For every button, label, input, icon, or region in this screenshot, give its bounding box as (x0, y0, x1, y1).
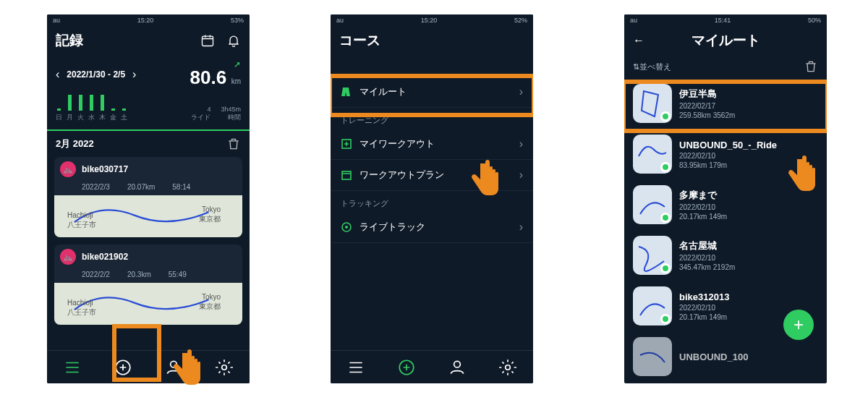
route-stats: 20.17km 149m (679, 313, 729, 321)
header: 記録 (47, 26, 250, 55)
phone-records: au 15:20 53% 記録 ‹ 2022/1/30 - 2/5 › ➚ 80… (47, 14, 250, 383)
svg-point-9 (454, 361, 461, 367)
bike-icon: 🚲 (60, 161, 76, 177)
route-date: 2022/02/10 (679, 304, 729, 312)
trash-icon[interactable] (226, 137, 241, 151)
provider-badge-icon (660, 263, 671, 273)
svg-point-2 (171, 361, 177, 367)
add-route-fab[interactable]: + (783, 310, 814, 340)
rides-count: 4 (191, 106, 210, 113)
chevron-right-icon: › (519, 85, 523, 98)
week-bars: 日 月 火 水 木 金 土 4ライド 3h45m時間 (47, 92, 250, 127)
total-distance: 80.6 (190, 67, 227, 88)
route-name: UNBOUND_100 (679, 352, 748, 362)
calendar-icon[interactable] (200, 33, 215, 48)
route-date: 2022/02/10 (679, 152, 777, 160)
route-thumbnail (633, 337, 672, 376)
total-time: 3h45m (221, 106, 241, 113)
next-week[interactable]: › (132, 68, 136, 81)
distance-unit: km (231, 77, 241, 85)
route-thumbnail (633, 286, 672, 325)
menu-label: マイルート (359, 85, 512, 98)
route-thumbnail (633, 84, 672, 123)
battery-label: 50% (808, 17, 821, 24)
date-range[interactable]: 2022/1/30 - 2/5 (67, 69, 125, 80)
page-title: コース (339, 31, 380, 50)
nav-profile-icon[interactable] (448, 358, 467, 377)
menu-live-track[interactable]: ライブトラック › (331, 212, 533, 243)
svg-point-10 (506, 365, 511, 370)
menu-my-workout[interactable]: マイワークアウト › (331, 129, 533, 160)
route-date: 2022/02/17 (679, 102, 735, 110)
route-name: 伊豆半島 (679, 88, 735, 101)
svg-rect-0 (203, 36, 213, 46)
back-icon[interactable]: ← (631, 33, 646, 48)
ride-card[interactable]: 🚲 bike021902 2022/2/2 20.3km 55:49 Hachi… (54, 244, 242, 325)
ride-map: Hachioji 八王子市 Tokyo 東京都 (54, 283, 242, 325)
chevron-right-icon: › (519, 221, 523, 234)
ride-name: bike021902 (82, 252, 237, 262)
nav-profile-icon[interactable] (164, 358, 183, 377)
page-title: マイルート (633, 31, 818, 50)
svg-point-3 (222, 365, 227, 370)
route-item[interactable]: 多摩まで2022/02/1020.17km 149m (624, 179, 827, 230)
ride-distance: 20.07km (127, 183, 155, 191)
menu-label: ライブトラック (359, 221, 512, 234)
provider-badge-icon (660, 162, 671, 172)
nav-settings-icon[interactable] (498, 358, 517, 377)
clock: 15:20 (137, 17, 154, 24)
trash-icon[interactable] (804, 59, 818, 74)
chevron-right-icon: › (519, 169, 523, 182)
route-stats: 345.47km 2192m (679, 263, 735, 271)
nav-add-icon[interactable] (114, 358, 132, 377)
ride-duration: 58:14 (172, 183, 190, 191)
page-title: 記録 (56, 31, 83, 50)
plan-icon (341, 169, 352, 181)
provider-badge-icon (660, 314, 671, 324)
ride-card[interactable]: 🚲 bike030717 2022/2/3 20.07km 58:14 Hach… (54, 157, 242, 237)
clock: 15:41 (715, 17, 731, 24)
menu-label: ワークアウトプラン (359, 169, 512, 182)
menu-my-route[interactable]: マイルート › (331, 77, 533, 108)
battery-label: 52% (514, 17, 527, 24)
month-label: 2月 2022 (56, 137, 94, 150)
header: ← マイルート (624, 26, 827, 55)
carrier-label: au (53, 17, 60, 24)
nav-list-icon[interactable] (63, 358, 82, 377)
route-date: 2022/02/10 (679, 254, 735, 262)
route-name: bike312013 (679, 291, 729, 302)
route-name: 名古屋城 (679, 239, 735, 252)
status-bar: au 15:41 50% (624, 14, 827, 26)
status-bar: au 15:20 52% (331, 14, 533, 26)
route-item[interactable]: 伊豆半島2022/02/17259.58km 3562m (624, 78, 827, 129)
menu-workout-plan[interactable]: ワークアウトプラン › (331, 160, 533, 191)
chevron-right-icon: › (519, 137, 523, 150)
workout-icon (341, 138, 352, 150)
carrier-label: au (336, 17, 344, 24)
section-training: トレーニング (331, 108, 533, 129)
road-icon (341, 86, 352, 98)
nav-list-icon[interactable] (346, 358, 365, 377)
bell-icon[interactable] (226, 33, 241, 48)
svg-point-7 (345, 226, 348, 229)
sort-icon: ⇅ (633, 62, 639, 72)
route-item[interactable]: 名古屋城2022/02/10345.47km 2192m (624, 230, 827, 281)
route-stats: 20.17km 149m (679, 213, 727, 221)
ride-date: 2022/2/2 (82, 271, 110, 278)
route-item[interactable]: UNBOUND_50_-_Ride2022/02/1083.95km 179m (624, 129, 827, 179)
phone-myroute: au 15:41 50% ← マイルート ⇅ 並べ替え 伊豆半島2022/02/… (624, 14, 827, 383)
sort-label: 並べ替え (639, 61, 671, 72)
sort-row[interactable]: ⇅ 並べ替え (624, 55, 827, 78)
svg-rect-5 (342, 171, 351, 179)
prev-week[interactable]: ‹ (56, 68, 59, 81)
nav-add-icon[interactable] (397, 358, 416, 377)
route-thumbnail (633, 185, 672, 224)
menu-label: マイワークアウト (359, 137, 512, 150)
route-date: 2022/02/10 (679, 203, 727, 211)
route-stats: 83.95km 179m (679, 161, 777, 169)
month-header: 2月 2022 (47, 131, 250, 157)
stats-summary: ‹ 2022/1/30 - 2/5 › ➚ 80.6 km (47, 55, 250, 92)
ride-map: Hachioji 八王子市 Tokyo 東京都 (54, 195, 242, 237)
nav-settings-icon[interactable] (215, 358, 234, 377)
phone-course: au 15:20 52% コース マイルート › トレーニング マイワークアウト… (331, 14, 533, 383)
